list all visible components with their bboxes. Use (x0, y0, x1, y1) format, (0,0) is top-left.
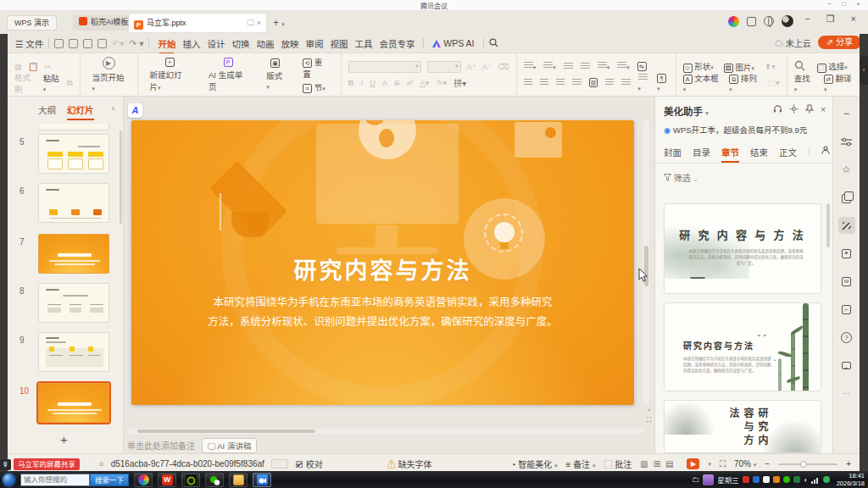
proofread-button[interactable]: 🗹 校对 (295, 458, 323, 470)
shape-button[interactable]: ◇ 形状▾ (683, 60, 714, 73)
thumbnail-slide-10-selected[interactable] (38, 383, 109, 423)
textbox-button[interactable]: A 文本框▾ (683, 72, 720, 93)
tray-icon-wechat[interactable] (783, 476, 790, 483)
tray-icon-meeting[interactable] (753, 476, 760, 483)
font-size-select[interactable] (427, 61, 461, 73)
missing-font-warning[interactable]: ⚠ 缺失字体 (387, 458, 432, 470)
new-tab-button[interactable]: + ▾ (273, 17, 285, 29)
menu-home[interactable]: 开始 (154, 37, 179, 50)
ai-generate-button[interactable]: PAI 生成单页 (203, 58, 253, 92)
help-icon[interactable]: ? (838, 329, 855, 346)
paragraph-settings-icon[interactable]: ¶▾ (657, 73, 669, 92)
fit-window-icon[interactable]: ⛶ (720, 459, 726, 469)
app-menu-button[interactable]: WPS 演示 (7, 15, 57, 30)
char-spacing-button[interactable]: A (382, 78, 387, 87)
save-icon[interactable] (54, 39, 64, 48)
tray-icon-app[interactable] (763, 476, 770, 483)
zoom-in-button[interactable]: + (846, 459, 851, 469)
thumbnail-partial[interactable] (38, 124, 109, 130)
menu-insert[interactable]: 插入 (179, 37, 203, 50)
indent-icon[interactable] (581, 63, 590, 70)
filter-button[interactable]: 筛选 ⌄ (664, 171, 698, 184)
zoom-level[interactable]: 70% ▾ (734, 459, 756, 469)
panel-scrollbar[interactable] (826, 203, 830, 247)
decrease-indent-icon[interactable] (621, 79, 630, 86)
wps-window-controls[interactable]: − ❐ × (804, 14, 863, 25)
person-icon[interactable] (821, 146, 830, 158)
taskbar-app-wps[interactable]: W (158, 473, 176, 487)
list-settings-icon[interactable]: ▾ (638, 74, 650, 92)
taskbar-app-nvidia[interactable] (181, 473, 200, 487)
justify-icon[interactable] (572, 79, 581, 86)
assistant-tab-cover[interactable]: 封面 (664, 146, 682, 158)
quick-access-toolbar[interactable]: ↶▾ ↷ ▾ (54, 38, 143, 48)
ai-assistant-float-icon[interactable]: A (128, 103, 142, 118)
collapse-strip-icon[interactable]: − (838, 105, 855, 122)
layout-button[interactable]: ▣版式▾ (261, 58, 289, 91)
increase-indent-icon[interactable] (605, 79, 614, 86)
play-options-caret[interactable]: ▾ (708, 461, 711, 468)
more-icon[interactable]: ··· (838, 385, 855, 402)
file-menu[interactable]: ☰ 文件 (15, 37, 43, 50)
screen-share-indicator[interactable]: 🎙 马立军的屏幕共享 (0, 458, 80, 471)
format-painter-icon[interactable]: ▤ (14, 62, 22, 71)
picture-button[interactable]: 🖼 图片▾ (724, 61, 754, 73)
menu-design[interactable]: 设计 (203, 37, 228, 50)
skin-icon[interactable] (728, 16, 739, 27)
workspace-icon[interactable] (747, 17, 756, 26)
volume-icon[interactable]: ◖ (804, 476, 808, 484)
font-color-button[interactable]: A▾ (420, 78, 430, 87)
reset-button[interactable]: ⟲ 重置 (303, 56, 328, 80)
cut-icon[interactable]: ✂ (44, 62, 51, 71)
notes-placeholder[interactable]: 单击此处添加备注 (127, 439, 195, 452)
taskbar-app-wechat[interactable] (205, 473, 224, 487)
comment-strip-icon[interactable] (838, 357, 855, 374)
thumbnail-slide-8[interactable] (38, 283, 109, 323)
italic-button[interactable]: I (360, 78, 363, 87)
view-mode-icons[interactable]: ▥⊞▤ (640, 459, 678, 469)
add-slide-button[interactable]: + (60, 432, 68, 446)
microphone-icon[interactable]: 🎙 (0, 459, 11, 470)
find-button[interactable]: 查找▾ (794, 72, 812, 93)
tray-icon-security[interactable] (743, 476, 749, 483)
briefcase-icon[interactable]: 🗀 (692, 475, 699, 484)
highlight-button[interactable]: ✎▾ (437, 78, 448, 87)
copy-icon[interactable]: ⧉ (67, 78, 73, 88)
translate-button[interactable]: ⇄ 翻译▾ (824, 72, 853, 94)
search-go-button[interactable]: 搜索一下 (90, 474, 129, 486)
taskbar-app-meeting[interactable] (253, 473, 271, 487)
undo-icon[interactable]: ↶▾ (112, 38, 124, 48)
thumbnail-slide-6[interactable] (38, 183, 109, 223)
properties-icon[interactable] (838, 133, 855, 150)
taskbar-clock[interactable]: 18:41 2026/3/18 (833, 472, 865, 488)
outdent-icon[interactable] (564, 63, 573, 70)
favorites-icon[interactable]: ☆ (838, 161, 855, 178)
sidebar-collapse-icon[interactable]: ‹ (112, 103, 114, 113)
phonetic-button[interactable]: 拼▾ (453, 76, 466, 89)
new-slide-button[interactable]: +新建幻灯片▾ (145, 58, 195, 92)
redo-icon[interactable]: ↷ ▾ (129, 38, 143, 48)
resources-icon[interactable] (838, 189, 855, 206)
template-card-vertical[interactable]: 研究内容与方法 (664, 400, 821, 453)
comments-button[interactable]: ⬚ 批注 (604, 458, 632, 470)
line-spacing-icon[interactable]: ▾ (617, 62, 630, 71)
menu-tools[interactable]: 工具 (351, 37, 376, 50)
tray-icon-green[interactable] (793, 476, 800, 483)
select-button[interactable]: ⬚ 选择▾ (817, 60, 848, 73)
thumbnail-slide-9[interactable] (38, 332, 109, 372)
horizontal-scrollbar[interactable] (127, 429, 644, 434)
assistant-tab-end[interactable]: 结束 (750, 146, 768, 158)
taskbar-app-explorer[interactable] (229, 473, 248, 487)
meeting-window-controls[interactable]: − □ × (827, 0, 865, 8)
tab-document-active[interactable]: P马立军.pptx 🖵 × (129, 14, 266, 32)
gear-icon[interactable] (789, 104, 798, 115)
template-card-bamboo[interactable]: ⌄⌄ ⌄ 研究内容与方法 本研究将围绕华为手机在东南亚市场的商务英语营销实践，采… (664, 302, 821, 391)
zoom-slider[interactable] (778, 463, 837, 465)
slide-title[interactable]: 研究内容与方法 (131, 252, 634, 286)
paste-icon[interactable]: 📋 (28, 62, 38, 71)
print-icon[interactable] (83, 39, 92, 48)
promo-banner[interactable]: ◉ WPS开工季，超级会员每月不到9.9元 (664, 124, 807, 136)
calendar-icon[interactable] (703, 474, 714, 485)
panel-title[interactable]: 美化助手 ▾ (664, 104, 709, 118)
clear-format-icon[interactable]: ⌫ (498, 62, 509, 71)
